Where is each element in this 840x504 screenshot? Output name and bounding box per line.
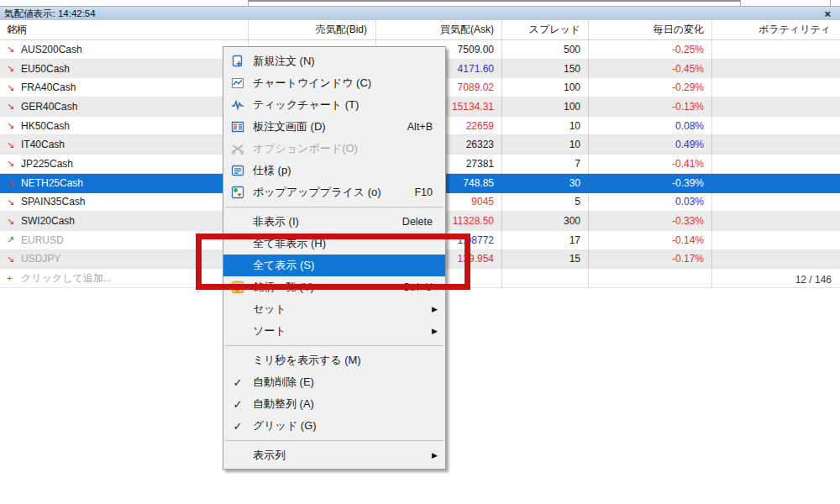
menu-separator bbox=[223, 437, 445, 444]
symbols-counter: 12 / 146 bbox=[795, 270, 832, 288]
spread-value: 5 bbox=[501, 193, 588, 212]
symbol-name: NETH25Cash bbox=[21, 177, 83, 189]
trend-down-icon: ↘ bbox=[7, 101, 21, 112]
daily-change-value: 0.49% bbox=[588, 135, 711, 154]
menu-item-1[interactable]: チャートウインドウ (C) bbox=[223, 72, 445, 94]
menu-item-8[interactable]: 非表示 (I)Delete bbox=[223, 211, 445, 233]
menu-item-label: ポップアッププライス (o) bbox=[253, 185, 381, 200]
menu-item-label: セット bbox=[253, 302, 286, 317]
volatility-value bbox=[711, 97, 840, 116]
menu-item-label: オプションボード(O) bbox=[253, 141, 358, 156]
popup-prices-icon bbox=[230, 185, 245, 200]
trend-down-icon: ↘ bbox=[7, 177, 21, 188]
checkmark-icon: ✓ bbox=[230, 418, 245, 433]
volatility-value bbox=[711, 60, 840, 78]
menu-item-label: 自動削除 (E) bbox=[253, 375, 314, 390]
menu-item-15[interactable]: ミリ秒を表示する (M) bbox=[223, 349, 445, 371]
spread-value: 30 bbox=[501, 174, 588, 192]
menu-item-label: 自動整列 (A) bbox=[253, 396, 314, 412]
trend-down-icon: ↘ bbox=[7, 216, 21, 227]
column-header-3[interactable]: スプレッド bbox=[501, 20, 588, 39]
symbol-cell: ↘HK50Cash bbox=[0, 117, 248, 135]
submenu-arrow-icon: ▶ bbox=[432, 327, 445, 335]
daily-change-value: 0.03% bbox=[588, 193, 711, 212]
grid-line bbox=[588, 20, 589, 288]
menu-item-label: グリッド (G) bbox=[253, 418, 317, 433]
menu-item-0[interactable]: 新規注文 (N) bbox=[223, 50, 445, 72]
add-plus-icon: + bbox=[7, 273, 21, 283]
trend-down-icon: ↘ bbox=[7, 82, 21, 93]
menu-icon-spacer bbox=[230, 214, 245, 229]
submenu-arrow-icon: ▶ bbox=[432, 451, 445, 459]
menu-separator bbox=[223, 342, 445, 349]
symbol-name: FRA40Cash bbox=[21, 81, 76, 93]
menu-item-2[interactable]: ティックチャート (T) bbox=[223, 94, 445, 116]
trend-down-icon: ↘ bbox=[7, 120, 21, 131]
daily-change-value: -0.41% bbox=[588, 155, 711, 173]
symbol-cell: ↘IT40Cash bbox=[0, 135, 248, 154]
column-header-row: 銘柄売気配(Bid)買気配(Ask)スプレッド毎日の変化ボラティリティ bbox=[0, 20, 840, 40]
menu-item-20[interactable]: 表示列▶ bbox=[223, 444, 445, 466]
symbol-cell: ↘JP225Cash bbox=[0, 155, 248, 173]
spread-value: 10 bbox=[501, 135, 588, 154]
volatility-value bbox=[711, 135, 840, 154]
volatility-value bbox=[711, 78, 840, 97]
menu-item-label: 非表示 (I) bbox=[253, 214, 299, 229]
volatility-value bbox=[711, 231, 840, 249]
column-header-5[interactable]: ボラティリティ bbox=[711, 20, 840, 39]
grid-line bbox=[711, 20, 712, 288]
symbol-name: JP225Cash bbox=[21, 158, 73, 170]
menu-item-18[interactable]: ✓グリッド (G) bbox=[223, 415, 445, 437]
trend-up-icon: ↗ bbox=[7, 234, 21, 245]
spread-value: 100 bbox=[501, 97, 588, 116]
panel-title: 気配値表示: 14:42:54 bbox=[4, 8, 96, 20]
daily-change-value: -0.29% bbox=[588, 78, 711, 97]
checkmark-icon: ✓ bbox=[230, 375, 245, 390]
trend-down-icon: ↘ bbox=[7, 158, 21, 169]
menu-item-label: ティックチャート (T) bbox=[253, 97, 359, 113]
daily-change-value: -0.13% bbox=[588, 97, 711, 116]
volatility-value bbox=[711, 250, 840, 269]
symbol-name: EU50Cash bbox=[21, 63, 70, 75]
menu-item-label: 板注文画面 (D) bbox=[253, 119, 326, 134]
column-header-0[interactable]: 銘柄 bbox=[0, 20, 248, 39]
menu-item-6[interactable]: ポップアッププライス (o)F10 bbox=[223, 181, 445, 203]
column-header-1[interactable]: 売気配(Bid) bbox=[248, 20, 375, 39]
specification-icon bbox=[230, 163, 245, 178]
menu-item-label: 新規注文 (N) bbox=[253, 54, 315, 69]
menu-shortcut: F10 bbox=[414, 186, 445, 198]
column-header-4[interactable]: 毎日の変化 bbox=[588, 20, 711, 39]
spread-value: 10 bbox=[501, 117, 588, 135]
menu-icon-spacer bbox=[230, 353, 245, 368]
trend-down-icon: ↘ bbox=[7, 44, 21, 55]
toolbar-strip bbox=[0, 0, 840, 6]
symbol-cell: ↘NETH25Cash bbox=[0, 174, 248, 192]
close-icon[interactable]: × bbox=[819, 8, 836, 19]
trend-down-icon: ↘ bbox=[7, 254, 21, 265]
menu-icon-spacer bbox=[230, 323, 245, 339]
symbol-cell: ↘SWI20Cash bbox=[0, 212, 248, 230]
symbol-cell: ↘AUS200Cash bbox=[0, 40, 248, 59]
menu-item-label: 仕様 (p) bbox=[253, 163, 291, 178]
volatility-value bbox=[711, 40, 840, 59]
trend-down-icon: ↘ bbox=[7, 63, 21, 74]
toolbar-separator bbox=[248, 0, 249, 6]
menu-separator bbox=[223, 203, 445, 211]
column-header-2[interactable]: 買気配(Ask) bbox=[375, 20, 501, 39]
menu-item-17[interactable]: ✓自動整列 (A) bbox=[223, 393, 445, 415]
trend-down-icon: ↘ bbox=[7, 139, 21, 150]
menu-item-16[interactable]: ✓自動削除 (E) bbox=[223, 371, 445, 393]
daily-change-value: -0.45% bbox=[588, 60, 711, 78]
daily-change-value: -0.39% bbox=[588, 174, 711, 192]
menu-item-12[interactable]: セット▶ bbox=[223, 298, 445, 320]
menu-item-3[interactable]: 板注文画面 (D)Alt+B bbox=[223, 116, 445, 138]
menu-item-4: オプションボード(O) bbox=[223, 138, 445, 160]
menu-item-13[interactable]: ソート▶ bbox=[223, 320, 445, 342]
spread-value: 300 bbox=[501, 212, 588, 230]
toolbar-separator bbox=[740, 0, 741, 6]
daily-change-value: -0.14% bbox=[588, 231, 711, 249]
daily-change-value: -0.33% bbox=[588, 212, 711, 230]
spread-value: 500 bbox=[501, 40, 588, 59]
market-watch-panel: 気配値表示: 14:42:54 × 銘柄売気配(Bid)買気配(Ask)スプレッ… bbox=[0, 0, 840, 504]
menu-item-5[interactable]: 仕様 (p) bbox=[223, 160, 445, 181]
